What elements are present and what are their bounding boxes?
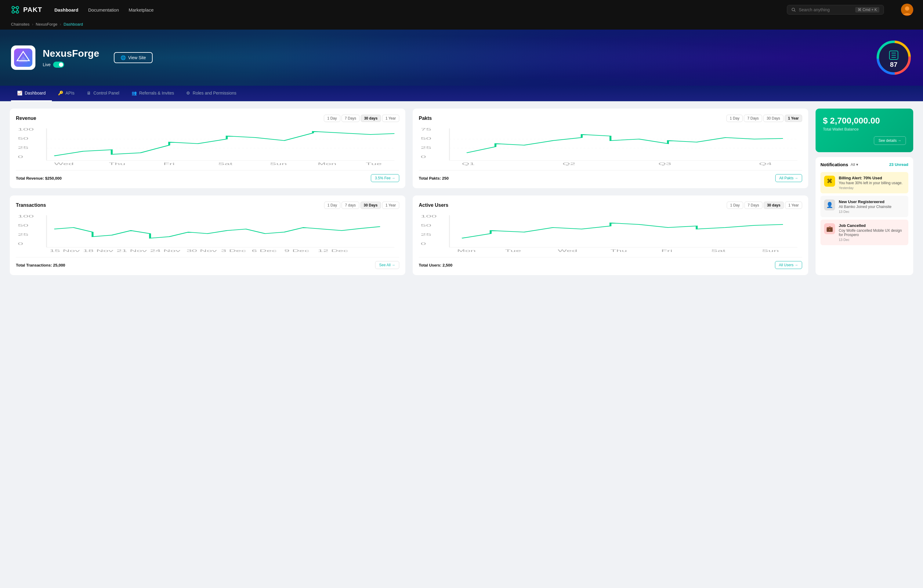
- svg-text:75: 75: [420, 128, 431, 131]
- nav-documentation[interactable]: Documentation: [88, 7, 119, 13]
- tab-dashboard[interactable]: 📈 Dashboard: [11, 86, 52, 101]
- svg-text:18 Nov: 18 Nov: [83, 249, 113, 252]
- site-name: NexusForge: [43, 48, 99, 59]
- svg-text:Q2: Q2: [563, 162, 575, 165]
- tab-navigation: 📈 Dashboard 🔑 APIs 🖥 Control Panel 👥 Ref…: [0, 86, 923, 101]
- active-users-footer: Total Users: 2,500 All Users →: [419, 257, 802, 269]
- svg-text:25: 25: [18, 233, 28, 236]
- search-input[interactable]: [799, 7, 852, 12]
- breadcrumb: Chainsites › NexusForge › Dashboard: [0, 20, 923, 29]
- tab-apis-label: APIs: [66, 90, 75, 95]
- right-panel: $ 2,700,000.00 Total Wallet Balance See …: [816, 108, 913, 275]
- site-logo: [11, 46, 35, 70]
- breadcrumb-nexusforge[interactable]: NexusForge: [36, 22, 57, 26]
- svg-text:0: 0: [18, 155, 23, 159]
- pakts-filter-30days[interactable]: 30 Days: [764, 115, 783, 122]
- transactions-filter-1day[interactable]: 1 Day: [324, 201, 340, 209]
- site-info: NexusForge Live: [43, 48, 99, 68]
- new-user-time: 13 Dec: [839, 210, 905, 213]
- live-toggle[interactable]: [53, 62, 64, 68]
- users-filter-7days[interactable]: 7 Days: [744, 201, 762, 209]
- transactions-filters: 1 Day 7 days 30 Days 1 Year: [324, 201, 399, 209]
- svg-text:Mon: Mon: [318, 162, 337, 165]
- logo-text: PAKT: [23, 6, 42, 14]
- revenue-total: Total Revenue: $250,000: [16, 176, 62, 180]
- wallet-amount: $ 2,700,000.00: [823, 116, 906, 126]
- svg-text:50: 50: [420, 224, 431, 227]
- tab-control-label: Control Panel: [94, 90, 119, 95]
- svg-text:25: 25: [18, 146, 28, 149]
- breadcrumb-sep-1: ›: [32, 22, 33, 26]
- revenue-filter-30days[interactable]: 30 days: [361, 115, 381, 122]
- users-filter-1day[interactable]: 1 Day: [727, 201, 743, 209]
- revenue-filter-7days[interactable]: 7 Days: [342, 115, 360, 122]
- users-filter-30days[interactable]: 30 days: [764, 201, 784, 209]
- tab-dashboard-label: Dashboard: [25, 90, 46, 95]
- pakts-filters: 1 Day 7 Days 30 Days 1 Year: [726, 115, 802, 122]
- svg-text:50: 50: [420, 137, 431, 140]
- notifications-filter[interactable]: All ▾: [851, 162, 858, 167]
- active-users-title: Active Users: [419, 203, 448, 208]
- tab-roles[interactable]: ⚙ Roles and Permissions: [180, 86, 242, 101]
- nav-links: Dashboard Documentation Marketplace: [54, 7, 775, 13]
- revenue-filter-1day[interactable]: 1 Day: [324, 115, 340, 122]
- tab-control-icon: 🖥: [87, 90, 91, 95]
- revenue-filters: 1 Day 7 Days 30 days 1 Year: [324, 115, 399, 122]
- svg-text:9 Dec: 9 Dec: [284, 249, 309, 252]
- nav-marketplace[interactable]: Marketplace: [129, 7, 154, 13]
- pakt-logo-icon: [10, 4, 21, 15]
- users-filter-1year[interactable]: 1 Year: [785, 201, 802, 209]
- view-site-button[interactable]: 🌐 View Site: [114, 52, 153, 63]
- tab-control-panel[interactable]: 🖥 Control Panel: [80, 86, 125, 101]
- pakts-action-btn[interactable]: All Pakts →: [775, 174, 802, 182]
- pakts-filter-7days[interactable]: 7 Days: [744, 115, 762, 122]
- billing-alert-title: Billing Alert: 70% Used: [839, 176, 905, 180]
- active-users-action-btn[interactable]: All Users →: [775, 261, 802, 269]
- job-cancelled-time: 13 Dec: [839, 238, 905, 242]
- transactions-filter-7days[interactable]: 7 days: [342, 201, 359, 209]
- svg-text:Tue: Tue: [505, 249, 521, 252]
- tab-apis[interactable]: 🔑 APIs: [52, 86, 81, 101]
- chevron-down-icon: ▾: [856, 162, 858, 167]
- transactions-footer: Total Transactions: 25,000 See All →: [16, 257, 399, 269]
- svg-text:Thu: Thu: [109, 162, 125, 165]
- logo[interactable]: PAKT: [10, 4, 42, 15]
- pakts-filter-1day[interactable]: 1 Day: [726, 115, 742, 122]
- svg-text:0: 0: [420, 155, 426, 159]
- svg-point-9: [792, 8, 795, 11]
- new-user-content: New User Registereered Ali Bamko Joined …: [839, 200, 905, 213]
- svg-text:50: 50: [18, 224, 28, 227]
- breadcrumb-current: Dashboard: [64, 22, 83, 26]
- search-bar[interactable]: ⌘ Cmd + K: [787, 5, 884, 15]
- revenue-action-btn[interactable]: 3.5% Fee →: [371, 174, 399, 182]
- revenue-filter-1year[interactable]: 1 Year: [382, 115, 399, 122]
- svg-text:Sat: Sat: [218, 162, 233, 165]
- avatar-image: [901, 4, 913, 16]
- transactions-chart-area: 100 50 25 0 15 Nov 18 Nov 21 Nov 24 Nov …: [16, 214, 399, 254]
- nav-dashboard[interactable]: Dashboard: [54, 7, 78, 13]
- notification-job-cancelled: 💼 Job Cancelled Coy Wolfe cancelled Mobi…: [820, 219, 908, 245]
- transactions-chart-card: Transactions 1 Day 7 days 30 Days 1 Year…: [10, 195, 405, 275]
- wallet-label: Total Wallet Balance: [823, 127, 906, 131]
- pakts-chart-area: 75 50 25 0 Q1 Q2 Q3 Q4: [419, 127, 802, 167]
- transactions-filter-30days[interactable]: 30 Days: [360, 201, 381, 209]
- user-avatar[interactable]: [901, 4, 913, 16]
- job-cancelled-title: Job Cancelled: [839, 223, 905, 228]
- billing-alert-content: Billing Alert: 70% Used You have 30% lef…: [839, 176, 905, 190]
- tab-apis-icon: 🔑: [58, 90, 63, 95]
- billing-alert-body: You have 30% left in your billing usage.: [839, 181, 905, 185]
- tab-referrals[interactable]: 👥 Referrals & Invites: [125, 86, 180, 101]
- transactions-action-btn[interactable]: See All →: [375, 261, 399, 269]
- active-users-filters: 1 Day 7 Days 30 days 1 Year: [727, 201, 802, 209]
- search-keyboard-shortcut: ⌘ Cmd + K: [855, 7, 879, 13]
- charts-row-1: Revenue 1 Day 7 Days 30 days 1 Year 100 …: [10, 108, 808, 188]
- transactions-filter-1year[interactable]: 1 Year: [382, 201, 399, 209]
- see-details-button[interactable]: See details →: [874, 136, 906, 145]
- svg-text:0: 0: [18, 242, 23, 246]
- svg-text:100: 100: [18, 215, 34, 218]
- breadcrumb-chainsites[interactable]: Chainsites: [11, 22, 30, 26]
- pakts-total: Total Pakts: 250: [419, 176, 449, 180]
- pakts-footer: Total Pakts: 250 All Pakts →: [419, 170, 802, 182]
- pakts-filter-1year[interactable]: 1 Year: [785, 115, 802, 122]
- unread-count: 23 Unread: [889, 162, 908, 167]
